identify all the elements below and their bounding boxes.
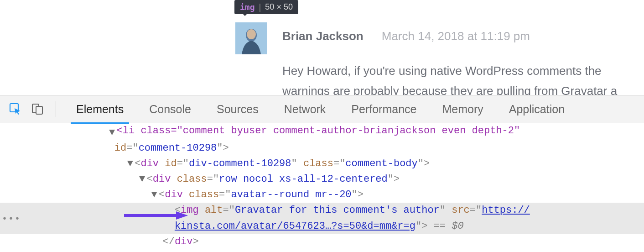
ellipsis-icon[interactable]: ••• [2, 211, 21, 226]
tab-elements[interactable]: Elements [74, 95, 125, 123]
svg-marker-7 [176, 211, 188, 220]
tab-console[interactable]: Console [147, 95, 193, 123]
disclosure-icon[interactable]: ▼ [126, 156, 134, 172]
inspect-element-icon[interactable] [6, 100, 25, 118]
disclosure-icon[interactable]: ▼ [139, 172, 146, 187]
dom-line-id[interactable]: id="comment-10298"> [0, 141, 644, 156]
element-tooltip: img | 50 × 50 [234, 0, 298, 14]
avatar-image[interactable] [235, 22, 267, 54]
comment-date[interactable]: March 14, 2018 at 11:19 pm [382, 29, 530, 43]
tooltip-dimensions: 50 × 50 [265, 2, 293, 12]
disclosure-icon[interactable]: ▼ [151, 187, 158, 203]
page-content: img | 50 × 50 Brian Jackson March 14, 20… [0, 0, 644, 95]
dom-line-close[interactable]: </div> [0, 234, 644, 250]
clipped-text: <li class="comment byuser comment-author… [117, 125, 520, 136]
dom-tree[interactable]: ▼<li class="comment byuser comment-autho… [0, 123, 644, 250]
annotation-arrow-icon [124, 210, 188, 219]
tab-network[interactable]: Network [282, 95, 328, 123]
device-toggle-icon[interactable] [28, 100, 47, 118]
tab-memory[interactable]: Memory [440, 95, 485, 123]
src-link[interactable]: kinsta.com/avatar/6547623…?s=50&d=mm&r=g [175, 220, 415, 232]
src-link[interactable]: https:// [482, 205, 530, 216]
dom-line-div2[interactable]: ▼<div class="row nocol xs-all-12-centere… [0, 172, 644, 187]
dom-line-div1[interactable]: ▼<div id="div-comment-10298" class="comm… [0, 156, 644, 172]
tab-performance[interactable]: Performance [349, 95, 418, 123]
devtools-tabs: Elements Console Sources Network Perform… [74, 95, 566, 123]
author-name[interactable]: Brian Jackson [282, 29, 364, 43]
svg-rect-5 [36, 106, 42, 114]
tooltip-separator: | [258, 2, 263, 12]
svg-point-2 [247, 29, 256, 39]
toolbar-divider [56, 101, 56, 117]
dom-line-div3[interactable]: ▼<div class="avatar--round mr--20"> [0, 187, 644, 203]
disclosure-icon[interactable]: ▼ [109, 125, 116, 141]
selected-marker: == $0 [427, 220, 463, 232]
tab-application[interactable]: Application [507, 95, 566, 123]
tab-sources[interactable]: Sources [215, 95, 260, 123]
dom-line-selected[interactable]: ••• <img alt="Gravatar for this comment'… [0, 203, 644, 234]
comment-meta: Brian Jackson March 14, 2018 at 11:19 pm [282, 29, 530, 43]
tooltip-tag: img [240, 2, 255, 12]
dom-line-clipped[interactable]: ▼<li class="comment byuser comment-autho… [0, 125, 644, 141]
devtools-toolbar: Elements Console Sources Network Perform… [0, 95, 644, 123]
comment-body: Hey Howard, if you're using native WordP… [282, 61, 644, 95]
